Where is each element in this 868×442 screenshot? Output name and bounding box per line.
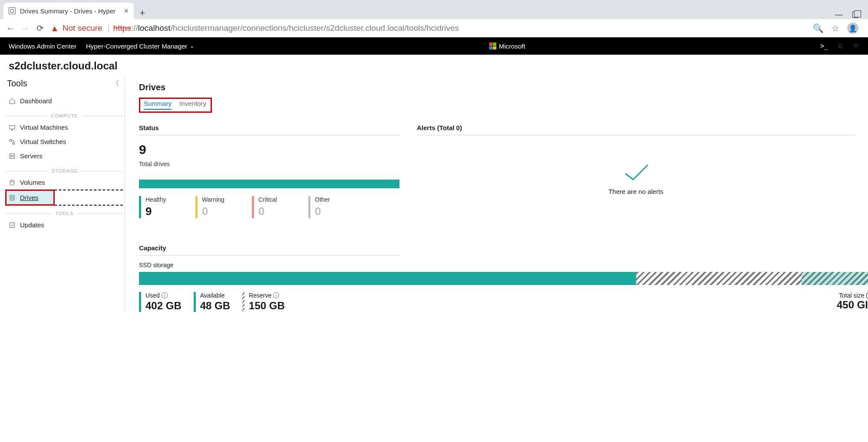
ssd-storage-label: SSD storage bbox=[139, 262, 868, 268]
collapse-sidebar-icon[interactable]: 〈 bbox=[112, 78, 119, 88]
sidebar-item-label: Dashboard bbox=[20, 97, 52, 105]
status-breakdown: Healthy 9 Warning 0 Critical 0 Other 0 bbox=[139, 196, 399, 218]
bookmark-icon[interactable]: ☆ bbox=[832, 23, 839, 33]
alerts-heading: Alerts (Total 0) bbox=[417, 124, 855, 135]
info-icon[interactable]: i bbox=[162, 292, 168, 298]
svg-rect-2 bbox=[10, 139, 12, 141]
sidebar-item-virtual-machines[interactable]: Virtual Machines bbox=[6, 120, 123, 134]
reload-button[interactable]: ⟳ bbox=[36, 24, 44, 33]
address-bar[interactable]: ▲ Not secure | https://localhost/hciclus… bbox=[50, 23, 807, 33]
main-content: Drives Summary Inventory Status 9 Total … bbox=[125, 76, 868, 312]
sidebar-item-volumes[interactable]: Volumes bbox=[6, 175, 123, 190]
forward-button[interactable]: → bbox=[21, 24, 30, 33]
tab-favicon-icon bbox=[9, 7, 16, 14]
svg-rect-1 bbox=[10, 125, 15, 129]
capacity-total: Total size ( 450 GI bbox=[837, 292, 868, 311]
status-label: Other bbox=[315, 196, 365, 203]
url-scheme-sep: :// bbox=[131, 23, 138, 33]
back-button[interactable]: ← bbox=[6, 24, 15, 33]
microsoft-label: Microsoft bbox=[499, 43, 525, 50]
volume-icon bbox=[9, 179, 16, 186]
capacity-used-label: Used bbox=[145, 292, 160, 299]
window-minimize-icon[interactable]: — bbox=[835, 10, 843, 19]
info-icon[interactable]: i bbox=[273, 292, 279, 298]
drive-icon bbox=[9, 194, 16, 201]
alerts-empty-state: There are no alerts bbox=[417, 161, 855, 195]
sidebar-item-updates[interactable]: Updates bbox=[6, 218, 123, 232]
status-other: Other 0 bbox=[308, 196, 365, 218]
settings-gear-icon[interactable] bbox=[852, 42, 859, 50]
tab-inventory[interactable]: Inventory bbox=[179, 100, 206, 110]
sidebar: Tools 〈 Dashboard COMPUTE Virtual Machin… bbox=[0, 76, 125, 312]
sidebar-item-label: Virtual Switches bbox=[20, 138, 66, 145]
status-value: 0 bbox=[202, 205, 252, 218]
server-icon bbox=[9, 153, 16, 160]
security-warning-icon: ▲ bbox=[50, 23, 59, 33]
capacity-reserve-segment bbox=[636, 272, 802, 285]
cluster-title: s2dcluster.cloud.local bbox=[0, 55, 868, 76]
browser-chrome: Drives Summary - Drives - Hyper × + — ← … bbox=[0, 0, 868, 37]
sidebar-item-dashboard[interactable]: Dashboard bbox=[6, 94, 123, 108]
microsoft-brand[interactable]: Microsoft bbox=[489, 43, 525, 50]
sidebar-item-virtual-switches[interactable]: Virtual Switches bbox=[6, 134, 123, 149]
checkmark-icon bbox=[621, 161, 651, 184]
status-heading: Status bbox=[139, 124, 399, 135]
sidebar-item-drives[interactable]: Drives bbox=[6, 190, 54, 205]
url-host: localhost bbox=[138, 23, 171, 33]
capacity-total-label: Total size ( bbox=[837, 292, 868, 299]
browser-tab[interactable]: Drives Summary - Drives - Hyper × bbox=[3, 3, 134, 19]
tab-title: Drives Summary - Drives - Hyper bbox=[20, 7, 116, 15]
svg-rect-4 bbox=[10, 154, 15, 155]
tab-summary[interactable]: Summary bbox=[144, 100, 172, 110]
notifications-icon[interactable] bbox=[837, 42, 844, 50]
capacity-available-value: 48 GB bbox=[200, 300, 230, 312]
svg-rect-3 bbox=[13, 142, 14, 144]
app-brand[interactable]: Windows Admin Center bbox=[9, 43, 76, 50]
url-scheme: https bbox=[113, 23, 131, 33]
updates-icon bbox=[9, 222, 16, 229]
page-title: Drives bbox=[139, 82, 868, 92]
sidebar-separator-storage: STORAGE bbox=[6, 168, 123, 174]
status-value: 0 bbox=[315, 205, 365, 218]
status-value: 9 bbox=[145, 205, 195, 218]
window-maximize-icon[interactable] bbox=[852, 12, 858, 18]
capacity-used-segment bbox=[139, 272, 583, 285]
sidebar-separator-compute: COMPUTE bbox=[6, 113, 123, 118]
capacity-heading: Capacity bbox=[139, 244, 399, 255]
chevron-down-icon: ⌄ bbox=[190, 43, 194, 49]
zoom-icon[interactable]: 🔍 bbox=[813, 23, 824, 33]
console-icon[interactable]: >_ bbox=[820, 42, 828, 50]
profile-avatar-icon[interactable]: 👤 bbox=[847, 23, 858, 34]
status-label: Critical bbox=[258, 196, 308, 203]
sidebar-separator-tools: TOOLS bbox=[6, 211, 123, 216]
context-dropdown-label: Hyper-Converged Cluster Manager bbox=[86, 43, 187, 50]
capacity-reserve-value: 150 GB bbox=[249, 300, 285, 312]
app-header: Windows Admin Center Hyper-Converged Clu… bbox=[0, 37, 868, 55]
total-drives-value: 9 bbox=[139, 142, 399, 157]
context-dropdown[interactable]: Hyper-Converged Cluster Manager ⌄ bbox=[86, 43, 194, 50]
capacity-total-value: 450 GI bbox=[837, 299, 868, 311]
sidebar-item-label: Drives bbox=[20, 194, 39, 201]
capacity-available-label: Available bbox=[200, 292, 230, 299]
url-separator: | bbox=[108, 23, 110, 33]
status-bar-chart bbox=[139, 180, 399, 188]
browser-toolbar: ← → ⟳ ▲ Not secure | https://localhost/h… bbox=[0, 19, 868, 37]
sidebar-item-servers[interactable]: Servers bbox=[6, 149, 123, 163]
not-secure-label: Not secure bbox=[63, 23, 102, 33]
switch-icon bbox=[9, 138, 16, 145]
window-controls: — bbox=[835, 10, 865, 19]
svg-rect-7 bbox=[10, 195, 14, 200]
capacity-bar-chart bbox=[139, 272, 868, 285]
sidebar-item-label: Updates bbox=[20, 221, 44, 229]
capacity-used: Usedi 402 GB bbox=[139, 292, 182, 312]
no-alerts-text: There are no alerts bbox=[608, 188, 663, 195]
new-tab-button[interactable]: + bbox=[136, 7, 149, 19]
capacity-reserve-label: Reserve bbox=[249, 292, 271, 299]
svg-point-8 bbox=[11, 196, 13, 199]
tab-close-icon[interactable]: × bbox=[124, 7, 129, 15]
sidebar-item-label: Volumes bbox=[20, 179, 45, 186]
status-label: Warning bbox=[202, 196, 252, 203]
capacity-available: Available 48 GB bbox=[194, 292, 230, 312]
url-path: /hciclustermanager/connections/hcicluste… bbox=[171, 23, 459, 33]
status-healthy: Healthy 9 bbox=[139, 196, 195, 218]
